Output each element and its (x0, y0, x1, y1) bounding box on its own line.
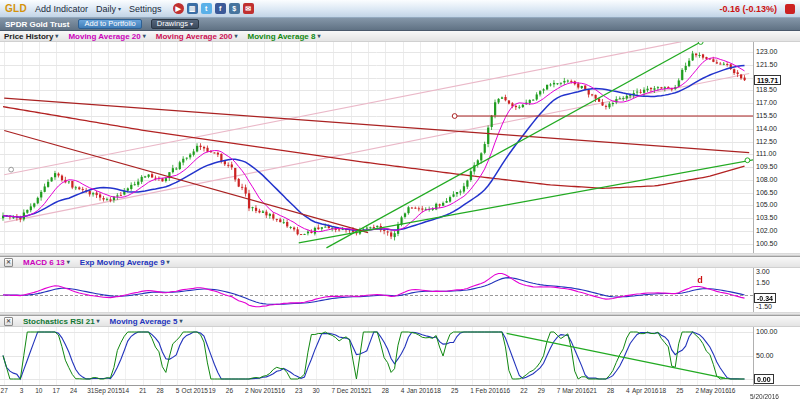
macd-tick-label: -1.50 (756, 303, 772, 310)
stoch-tick-label: 100.00 (756, 328, 777, 335)
date-tick-label: 21 (364, 387, 371, 394)
macd-chart[interactable] (0, 268, 753, 312)
price-tick-label: 123.00 (756, 48, 777, 55)
stoch-close-button[interactable]: ✕ (4, 317, 13, 326)
stocktwits-icon[interactable]: $ (229, 3, 240, 14)
date-tick-label: 30 (312, 387, 319, 394)
ma200-label: Moving Average 200 (156, 32, 233, 41)
email-icon[interactable]: ✉ (243, 3, 254, 14)
price-history-menu[interactable]: Price History ▾ (4, 32, 58, 41)
price-tick-label: 100.50 (756, 240, 777, 247)
twitter-icon[interactable]: t (201, 3, 212, 14)
ma8-menu[interactable]: Moving Average 8 ▾ (248, 32, 321, 41)
date-tick-label: 19 (208, 387, 215, 394)
date-tick-label: 17 (53, 387, 60, 394)
price-tick-label: 121.50 (756, 61, 777, 68)
stoch-chart[interactable] (0, 327, 753, 385)
date-tick-label: 2 (245, 387, 249, 394)
chevron-down-icon: ▾ (235, 33, 238, 39)
macd-signal-menu[interactable]: Exp Moving Average 9 ▾ (80, 258, 170, 267)
date-tick-label: Oct 2015 (182, 387, 208, 394)
youtube-icon[interactable]: ▶ (173, 3, 184, 14)
chevron-down-icon: ▾ (317, 33, 320, 39)
facebook-icon[interactable]: f (215, 3, 226, 14)
stoch-panel-header: ✕ Stochastics RSI 21 ▾ Moving Average 5 … (0, 316, 800, 327)
chart-app-icon[interactable]: ▥ (187, 3, 198, 14)
price-tick-label: 105.00 (756, 201, 777, 208)
date-tick-label: 18 (434, 387, 441, 394)
price-panel-header: Price History ▾ Moving Average 20 ▾ Movi… (0, 31, 800, 42)
date-tick-label: 1 (470, 387, 474, 394)
price-tick-label: 109.50 (756, 163, 777, 170)
price-tick-label: 111.00 (756, 150, 776, 157)
chevron-down-icon: ▾ (67, 259, 70, 265)
charting-app: GLD Add Indicator Daily ▾ Settings ▶▥tf$… (0, 0, 800, 408)
date-tick-label: 29 (538, 387, 545, 394)
ma20-menu[interactable]: Moving Average 20 ▾ (68, 32, 145, 41)
macd-value-badge: -0.34 (754, 293, 776, 303)
add-to-portfolio-label: Add to Portfolio (84, 20, 135, 28)
chevron-down-icon: ▾ (179, 318, 182, 324)
date-tick-label: Apr 2016 (632, 387, 658, 394)
date-tick-label: Jan 2016 (407, 387, 434, 394)
period-dropdown[interactable]: Daily ▾ (96, 4, 121, 14)
stoch-ma-menu[interactable]: Moving Average 5 ▾ (110, 317, 183, 326)
chevron-down-icon: ▾ (55, 33, 58, 39)
price-chart[interactable] (0, 42, 753, 253)
chevron-down-icon: ▾ (97, 318, 100, 324)
date-tick-label: 23 (295, 387, 302, 394)
date-tick-label: 16 (503, 387, 510, 394)
macd-tick-label: 3.00 (756, 268, 770, 275)
price-tick-label: 117.00 (756, 99, 777, 106)
date-tick-label: Mar 2016 (562, 387, 589, 394)
date-tick-label: 4 (401, 387, 405, 394)
macd-menu[interactable]: MACD 6 13 ▾ (23, 258, 70, 267)
date-tick-label: Feb 2016 (476, 387, 503, 394)
add-to-portfolio-button[interactable]: Add to Portfolio (78, 19, 141, 29)
settings-label: Settings (129, 4, 162, 14)
ma200-menu[interactable]: Moving Average 200 ▾ (156, 32, 238, 41)
date-tick-label: 25 (451, 387, 458, 394)
macd-close-button[interactable]: ✕ (4, 258, 13, 267)
date-tick-label: 28 (607, 387, 614, 394)
date-tick-label: Sep 2015 (94, 387, 122, 394)
ma20-label: Moving Average 20 (68, 32, 140, 41)
date-tick-label: Nov 2015 (250, 387, 278, 394)
macd-label: MACD 6 13 (23, 258, 65, 267)
stoch-label: Stochastics RSI 21 (23, 317, 95, 326)
date-tick-label: 16 (278, 387, 285, 394)
chevron-down-icon: ▾ (190, 21, 193, 27)
date-tick-label: 28 (382, 387, 389, 394)
drawings-button[interactable]: Drawings ▾ (151, 19, 199, 29)
chevron-down-icon: ▾ (143, 33, 146, 39)
date-tick-label: 4 (626, 387, 630, 394)
top-toolbar: GLD Add Indicator Daily ▾ Settings ▶▥tf$… (0, 0, 800, 18)
date-tick-label: 21 (590, 387, 597, 394)
price-tick-label: 114.00 (756, 125, 777, 132)
date-tick-label: 2 (695, 387, 699, 394)
date-tick-label: 3 (20, 387, 24, 394)
symbol-bar: SPDR Gold Trust Add to Portfolio Drawing… (0, 18, 800, 31)
period-label: Daily (96, 4, 116, 14)
stoch-menu[interactable]: Stochastics RSI 21 ▾ (23, 317, 100, 326)
settings-button[interactable]: Settings (129, 4, 162, 14)
price-tick-label: 118.50 (756, 86, 777, 93)
date-tick-label: 22 (520, 387, 527, 394)
fund-name: SPDR Gold Trust (5, 20, 69, 29)
date-tick-label: 18 (659, 387, 666, 394)
stoch-value-badge: 0.00 (754, 374, 774, 384)
add-indicator-button[interactable]: Add Indicator (35, 4, 88, 14)
date-tick-label: 7 (557, 387, 561, 394)
social-icons-group: ▶▥tf$✉ (170, 3, 254, 14)
quote-change: -0.16 (-0.13%) (719, 4, 777, 14)
date-tick-label: 24 (70, 387, 77, 394)
macd-panel-header: ✕ MACD 6 13 ▾ Exp Moving Average 9 ▾ (0, 257, 800, 268)
date-tick-label: 26 (226, 387, 233, 394)
date-tick-label: 14 (122, 387, 129, 394)
alert-icon[interactable] (785, 4, 795, 14)
price-tick-label: 108.00 (756, 176, 777, 183)
date-tick-label: 27 (1, 387, 8, 394)
macd-tick-label: 1.50 (756, 279, 770, 286)
date-tick-label: 16 (728, 387, 735, 394)
date-tick-label: Dec 2015 (337, 387, 365, 394)
